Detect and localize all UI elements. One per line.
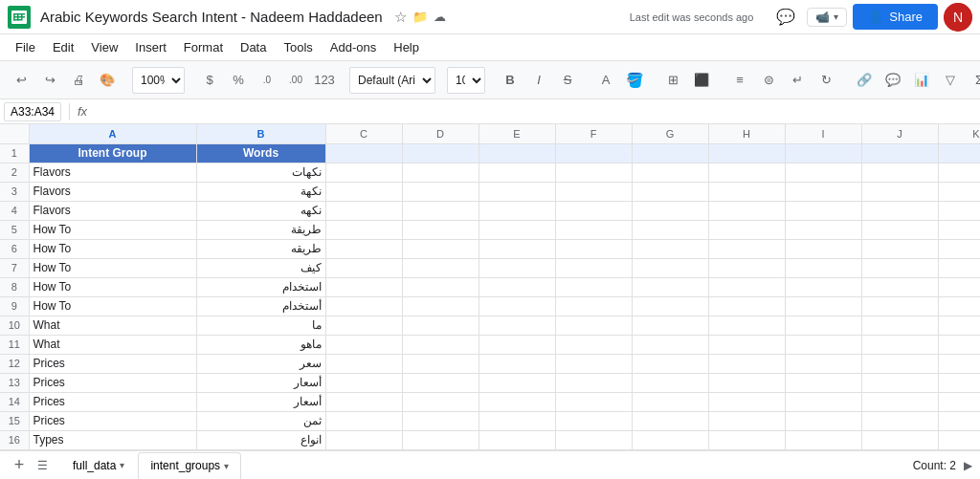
- cell-16c[interactable]: [325, 430, 402, 449]
- cell-3a[interactable]: Flavors: [29, 182, 196, 201]
- cell-2g[interactable]: [632, 163, 708, 182]
- cell-7g[interactable]: [632, 258, 708, 277]
- col-header-F[interactable]: F: [555, 124, 632, 143]
- cell-2h[interactable]: [708, 163, 785, 182]
- cell-14a[interactable]: Prices: [29, 392, 196, 411]
- cell-5h[interactable]: [708, 220, 785, 239]
- chart-button[interactable]: 📊: [908, 67, 935, 94]
- cell-7k[interactable]: [938, 258, 980, 277]
- col-header-E[interactable]: E: [479, 124, 555, 143]
- cell-7h[interactable]: [708, 258, 785, 277]
- cell-10j[interactable]: [861, 316, 938, 335]
- cell-9g[interactable]: [632, 296, 708, 316]
- cell-8c[interactable]: [325, 277, 402, 296]
- cell-3j[interactable]: [861, 182, 938, 201]
- cell-2e[interactable]: [479, 163, 555, 182]
- text-color-button[interactable]: A: [592, 67, 619, 94]
- percent-button[interactable]: %: [225, 67, 252, 94]
- cell-12j[interactable]: [861, 354, 938, 373]
- cell-15d[interactable]: [402, 411, 479, 430]
- tab-arrow-intent-groups[interactable]: ▾: [224, 461, 229, 471]
- tab-arrow-full-data[interactable]: ▾: [120, 460, 124, 470]
- decimal-dec-button[interactable]: .0: [254, 67, 280, 94]
- col-header-A[interactable]: A: [29, 124, 196, 143]
- cell-8e[interactable]: [479, 277, 555, 296]
- cell-6d[interactable]: [402, 239, 479, 258]
- cell-11c[interactable]: [325, 335, 402, 354]
- cell-10g[interactable]: [632, 316, 708, 335]
- cell-5c[interactable]: [325, 220, 402, 239]
- cell-5a[interactable]: How To: [29, 220, 196, 239]
- comment-icon-btn[interactable]: 💬: [770, 2, 801, 33]
- col-header-B[interactable]: B: [196, 124, 325, 143]
- cell-16j[interactable]: [861, 430, 938, 449]
- undo-button[interactable]: ↩: [8, 67, 34, 94]
- cell-9j[interactable]: [861, 296, 938, 316]
- menu-tools[interactable]: Tools: [276, 36, 320, 59]
- menu-data[interactable]: Data: [233, 36, 274, 59]
- cell-8h[interactable]: [708, 277, 785, 296]
- cell-11j[interactable]: [861, 335, 938, 354]
- header-words[interactable]: Words: [196, 143, 325, 163]
- cell-9a[interactable]: How To: [29, 296, 196, 316]
- cell-6b[interactable]: طريقه: [196, 239, 325, 258]
- cell-15a[interactable]: Prices: [29, 411, 196, 430]
- cell-9k[interactable]: [938, 296, 980, 316]
- cell-5b[interactable]: طريقة: [196, 220, 325, 239]
- cell-15c[interactable]: [325, 411, 402, 430]
- cell-13b[interactable]: أسعار: [196, 373, 325, 392]
- cell-2c[interactable]: [325, 163, 402, 182]
- cell-13d[interactable]: [402, 373, 479, 392]
- cell-7b[interactable]: كيف: [196, 258, 325, 277]
- cell-13h[interactable]: [708, 373, 785, 392]
- align-button[interactable]: ≡: [726, 67, 753, 94]
- cell-1e[interactable]: [479, 143, 555, 163]
- cell-16i[interactable]: [785, 430, 861, 449]
- cell-9c[interactable]: [325, 296, 402, 316]
- wrap-button[interactable]: ↵: [784, 67, 811, 94]
- cell-13k[interactable]: [938, 373, 980, 392]
- cell-15j[interactable]: [861, 411, 938, 430]
- cell-1h[interactable]: [708, 143, 785, 163]
- cell-8f[interactable]: [555, 277, 632, 296]
- cell-14b[interactable]: أسعار: [196, 392, 325, 411]
- cell-4e[interactable]: [479, 201, 555, 220]
- col-header-G[interactable]: G: [632, 124, 708, 143]
- cell-3f[interactable]: [555, 182, 632, 201]
- cell-6h[interactable]: [708, 239, 785, 258]
- cell-2d[interactable]: [402, 163, 479, 182]
- col-header-K[interactable]: K: [938, 124, 980, 143]
- font-size-select[interactable]: 10: [447, 67, 485, 94]
- cell-4j[interactable]: [861, 201, 938, 220]
- cell-4b[interactable]: نكهه: [196, 201, 325, 220]
- cell-14j[interactable]: [861, 392, 938, 411]
- cell-13f[interactable]: [555, 373, 632, 392]
- cell-1g[interactable]: [632, 143, 708, 163]
- cell-7e[interactable]: [479, 258, 555, 277]
- cell-11e[interactable]: [479, 335, 555, 354]
- cell-5g[interactable]: [632, 220, 708, 239]
- cloud-icon[interactable]: ☁: [434, 10, 446, 24]
- cell-7i[interactable]: [785, 258, 861, 277]
- cell-16k[interactable]: [938, 430, 980, 449]
- menu-addons[interactable]: Add-ons: [323, 36, 384, 59]
- cell-14h[interactable]: [708, 392, 785, 411]
- sheet-tab-intent-groups[interactable]: intent_groups ▾: [138, 452, 241, 479]
- cell-11a[interactable]: What: [29, 335, 196, 354]
- cell-14e[interactable]: [479, 392, 555, 411]
- currency-button[interactable]: $: [196, 67, 223, 94]
- cell-9e[interactable]: [479, 296, 555, 316]
- cell-14k[interactable]: [938, 392, 980, 411]
- cell-13i[interactable]: [785, 373, 861, 392]
- cell-6f[interactable]: [555, 239, 632, 258]
- cell-15b[interactable]: ثمن: [196, 411, 325, 430]
- cell-3g[interactable]: [632, 182, 708, 201]
- cell-2k[interactable]: [938, 163, 980, 182]
- cell-12e[interactable]: [479, 354, 555, 373]
- cell-4i[interactable]: [785, 201, 861, 220]
- cell-10b[interactable]: ما: [196, 316, 325, 335]
- cell-14c[interactable]: [325, 392, 402, 411]
- cell-9f[interactable]: [555, 296, 632, 316]
- cell-16h[interactable]: [708, 430, 785, 449]
- col-header-I[interactable]: I: [785, 124, 861, 143]
